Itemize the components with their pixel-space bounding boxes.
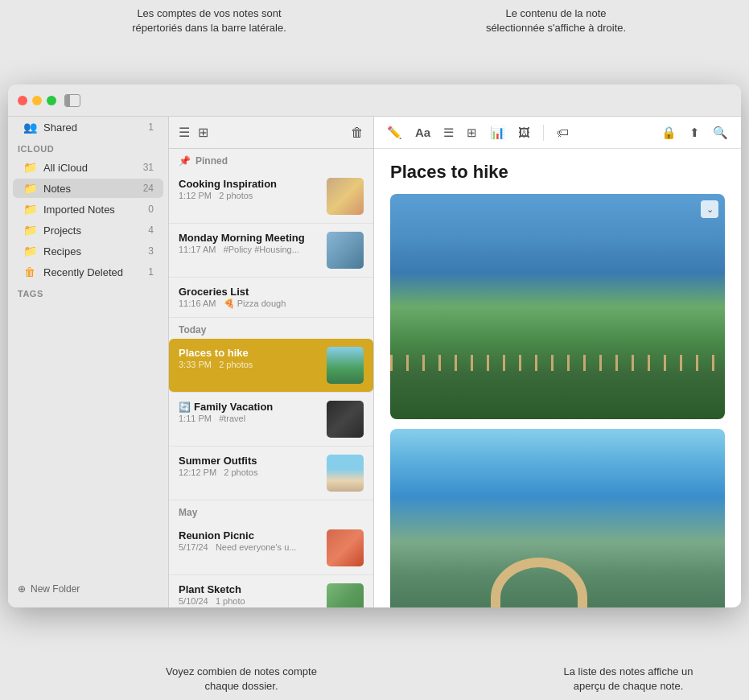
recipes-folder-icon: 📁: [23, 245, 37, 257]
note-image-2: [390, 429, 725, 607]
note-title-picnic: Reunion Picnic: [179, 529, 320, 541]
media-button[interactable]: 🖼: [515, 124, 533, 141]
new-folder-button[interactable]: ⊕ New Folder: [8, 579, 168, 599]
tags-button[interactable]: 🏷: [554, 124, 572, 141]
note-thumb-vacation: [327, 401, 364, 438]
minimize-button[interactable]: [32, 96, 42, 105]
pinned-header: 📌 Pinned: [169, 149, 373, 170]
note-text-outfits: Summer Outfits 12:12 PM 2 photos: [179, 455, 320, 492]
delete-note-button[interactable]: 🗑: [351, 126, 364, 140]
search-button[interactable]: 🔍: [710, 124, 731, 142]
expand-image-button[interactable]: ⌄: [701, 200, 718, 218]
note-item-groceries[interactable]: Groceries List 11:16 AM 🍕 Pizza dough: [169, 278, 373, 318]
grid-view-button[interactable]: ⊞: [198, 125, 208, 140]
note-thumb-cooking: [327, 178, 364, 215]
note-text-vacation: 🔄 Family Vacation 1:11 PM #travel: [179, 401, 320, 438]
note-meta-picnic: 5/17/24 Need everyone's u...: [179, 542, 320, 552]
icloud-section-label: iCloud: [8, 138, 168, 157]
note-item-plant[interactable]: Plant Sketch 5/10/24 1 photo: [169, 575, 373, 607]
checklist-button[interactable]: ☰: [440, 124, 457, 142]
sidebar-item-notes[interactable]: 📁 Notes 24: [13, 179, 163, 198]
sidebar-item-recently-deleted[interactable]: 🗑 Recently Deleted 1: [13, 262, 163, 282]
note-item-meeting[interactable]: Monday Morning Meeting 11:17 AM #Policy …: [169, 224, 373, 278]
tags-section-label: Tags: [8, 282, 168, 302]
annotation-bottom-left: Voyez combien de notes compte chaque dos…: [161, 665, 322, 694]
deleted-icon: 🗑: [23, 266, 37, 278]
sidebar-item-projects[interactable]: 📁 Projects 4: [13, 220, 163, 240]
note-thumb-plant: [327, 583, 364, 607]
note-text-meeting: Monday Morning Meeting 11:17 AM #Policy …: [179, 232, 320, 269]
imported-folder-icon: 📁: [23, 203, 37, 216]
notes-list-toolbar: ☰ ⊞ 🗑: [169, 117, 373, 149]
audio-button[interactable]: 📊: [487, 124, 508, 142]
sidebar-imported-label: Imported Notes: [43, 204, 142, 216]
note-text-groceries: Groceries List 11:16 AM 🍕 Pizza dough: [179, 286, 364, 309]
toolbar-separator: [543, 125, 544, 141]
sidebar-all-icloud-label: All iCloud: [43, 162, 137, 174]
note-title-places: Places to hike: [179, 347, 320, 359]
note-meta-outfits: 12:12 PM 2 photos: [179, 467, 320, 477]
sidebar-item-all-icloud[interactable]: 📁 All iCloud 31: [13, 158, 163, 177]
note-thumb-outfits: [327, 455, 364, 492]
sidebar-deleted-label: Recently Deleted: [43, 266, 142, 278]
close-button[interactable]: [18, 96, 27, 105]
notes-folder-icon: 📁: [23, 182, 37, 195]
sidebar-notes-label: Notes: [43, 183, 137, 195]
app-window: 👥 Shared 1 iCloud 📁 All iCloud 31 📁 Note…: [8, 84, 741, 607]
sidebar-projects-count: 4: [148, 224, 154, 236]
new-folder-label: New Folder: [31, 583, 80, 595]
format-text-button[interactable]: Aa: [412, 124, 434, 141]
note-meta-vacation: 1:11 PM #travel: [179, 414, 320, 423]
lock-button[interactable]: 🔒: [658, 124, 680, 142]
note-title-plant: Plant Sketch: [179, 583, 320, 595]
note-item-cooking[interactable]: Cooking Inspiration 1:12 PM 2 photos: [169, 170, 373, 224]
title-bar: [8, 84, 741, 117]
sidebar-projects-label: Projects: [43, 224, 142, 237]
annotation-top-left: Les comptes de vos notes sont répertorié…: [129, 6, 290, 35]
note-thumb-picnic: [327, 529, 364, 566]
note-item-places[interactable]: Places to hike 3:33 PM 2 photos: [169, 339, 373, 393]
today-section-header: Today: [169, 318, 373, 339]
notes-list: ☰ ⊞ 🗑 📌 Pinned Cooking Inspiration: [169, 117, 374, 607]
sidebar-toggle-button[interactable]: [64, 94, 80, 107]
note-meta-groceries: 11:16 AM 🍕 Pizza dough: [179, 299, 364, 309]
note-item-picnic[interactable]: Reunion Picnic 5/17/24 Need everyone's u…: [169, 521, 373, 575]
note-meta-places: 3:33 PM 2 photos: [179, 360, 320, 369]
shared-note-icon: 🔄: [179, 401, 191, 413]
sidebar-notes-count: 24: [143, 183, 154, 194]
main-content: 👥 Shared 1 iCloud 📁 All iCloud 31 📁 Note…: [8, 117, 741, 607]
note-thumb-places: [327, 347, 364, 384]
sidebar: 👥 Shared 1 iCloud 📁 All iCloud 31 📁 Note…: [8, 117, 169, 607]
note-item-vacation[interactable]: 🔄 Family Vacation 1:11 PM #travel: [169, 393, 373, 447]
pinned-label: Pinned: [195, 155, 228, 167]
list-view-button[interactable]: ☰: [179, 125, 190, 140]
table-button[interactable]: ⊞: [463, 124, 480, 142]
sidebar-recipes-count: 3: [148, 245, 154, 257]
sidebar-item-imported[interactable]: 📁 Imported Notes 0: [13, 200, 163, 219]
sidebar-item-recipes[interactable]: 📁 Recipes 3: [13, 241, 163, 261]
annotation-top: Les comptes de vos notes sont répertorié…: [0, 6, 749, 35]
sidebar-item-shared[interactable]: 👥 Shared 1: [13, 117, 163, 137]
annotation-top-right: Le contenu de la note sélectionnée s'aff…: [475, 6, 636, 35]
note-meta-plant: 5/10/24 1 photo: [179, 596, 320, 606]
sidebar-all-icloud-count: 31: [143, 162, 154, 173]
sidebar-deleted-count: 1: [148, 266, 154, 278]
note-text-plant: Plant Sketch 5/10/24 1 photo: [179, 583, 320, 607]
note-image-1: ⌄: [390, 194, 725, 419]
pin-icon: 📌: [179, 155, 191, 167]
maximize-button[interactable]: [47, 96, 56, 105]
note-meta-cooking: 1:12 PM 2 photos: [179, 191, 320, 200]
annotation-bottom-right: La liste des notes affiche un aperçu de …: [548, 665, 709, 694]
sidebar-shared-count: 1: [148, 121, 154, 133]
annotation-bottom: Voyez combien de notes compte chaque dos…: [0, 665, 749, 694]
new-folder-icon: ⊕: [18, 583, 26, 595]
compose-button[interactable]: ✏️: [384, 124, 405, 142]
note-title-vacation: 🔄 Family Vacation: [179, 401, 320, 413]
note-detail-content: Places to hike ⌄: [374, 149, 741, 607]
note-title-groceries: Groceries List: [179, 286, 364, 298]
note-text-picnic: Reunion Picnic 5/17/24 Need everyone's u…: [179, 529, 320, 566]
note-detail: ✏️ Aa ☰ ⊞ 📊 🖼 🏷 🔒 ⬆ 🔍 Places to hike: [374, 117, 741, 607]
traffic-lights: [18, 96, 56, 105]
share-button[interactable]: ⬆: [686, 124, 703, 142]
note-item-outfits[interactable]: Summer Outfits 12:12 PM 2 photos: [169, 447, 373, 500]
